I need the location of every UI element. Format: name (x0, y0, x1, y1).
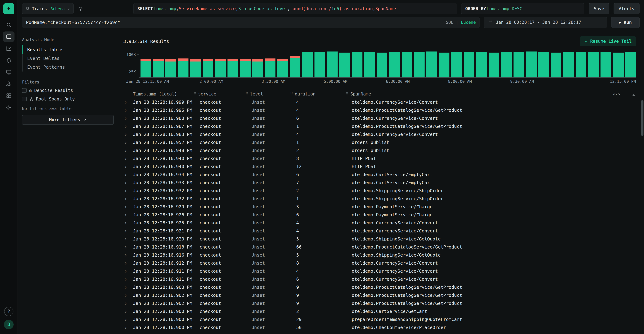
table-row[interactable]: ›Jan 28 12:28:16.987 PMcheckoutUnset1ote… (123, 122, 636, 130)
histogram-bar[interactable] (377, 52, 387, 77)
expand-row-chevron-icon[interactable]: › (123, 180, 130, 185)
histogram-bar[interactable] (489, 52, 499, 77)
histogram-bar[interactable] (551, 52, 561, 77)
expand-row-chevron-icon[interactable]: › (123, 244, 130, 250)
histogram-bar[interactable] (327, 51, 338, 77)
nav-table-explorer-icon[interactable] (3, 31, 14, 42)
root-spans-checkbox[interactable] (22, 97, 27, 101)
denoise-results-option[interactable]: ◐ Denoise Results (22, 88, 114, 93)
root-spans-only-option[interactable]: Root Spans Only (22, 96, 114, 102)
nav-search-icon[interactable] (3, 20, 14, 30)
expand-row-chevron-icon[interactable]: › (123, 164, 130, 169)
histogram-bar[interactable] (364, 52, 375, 77)
column-header-service[interactable]: ⠿service (194, 91, 246, 96)
histogram-bar[interactable] (252, 59, 263, 77)
table-row[interactable]: ›Jan 28 12:28:16.912 PMcheckoutUnset8ote… (123, 259, 636, 267)
source-select[interactable]: Traces Schema (22, 3, 74, 14)
source-settings-gear-icon[interactable] (78, 6, 83, 11)
search-input[interactable] (26, 20, 443, 25)
table-row[interactable]: ›Jan 28 12:28:16.988 PMcheckoutUnset6ote… (123, 114, 636, 122)
run-button[interactable]: ▶ Run (611, 17, 640, 28)
histogram-bar[interactable] (526, 51, 536, 77)
nav-chart-icon[interactable] (3, 43, 14, 54)
nav-sessions-monitor-icon[interactable] (3, 67, 14, 77)
more-filters-button[interactable]: More filters (22, 115, 114, 125)
column-header-duration[interactable]: ⠿duration (290, 91, 346, 96)
histogram-bar[interactable] (140, 59, 151, 77)
table-row[interactable]: ›Jan 28 12:28:16.948 PMcheckoutUnset2ord… (123, 146, 636, 154)
nav-dashboards-icon[interactable] (3, 90, 14, 101)
resume-live-tail-button[interactable]: Resume Live Tail (580, 36, 636, 46)
histogram-bar[interactable] (476, 52, 487, 77)
histogram-bar[interactable] (166, 59, 176, 77)
expand-row-chevron-icon[interactable]: › (123, 188, 130, 193)
table-row[interactable]: ›Jan 28 12:28:16.903 PMcheckoutUnset9ote… (123, 283, 636, 291)
table-row[interactable]: ›Jan 28 12:28:16.932 PMcheckoutUnset2ote… (123, 187, 636, 195)
table-row[interactable]: ›Jan 28 12:28:16.925 PMcheckoutUnset4ote… (123, 219, 636, 227)
save-button[interactable]: Save (589, 3, 610, 14)
histogram-bar[interactable] (402, 52, 412, 77)
histogram-bar[interactable] (514, 52, 524, 77)
expand-row-chevron-icon[interactable]: › (123, 293, 130, 298)
histogram-bar[interactable] (290, 56, 300, 77)
table-row[interactable]: ›Jan 28 12:28:16.995 PMcheckoutUnset4ote… (123, 106, 636, 114)
histogram-bar[interactable] (277, 59, 288, 77)
drag-handle-icon[interactable]: ⠿ (346, 92, 348, 96)
histogram-bar[interactable] (439, 52, 450, 77)
alerts-button[interactable]: Alerts (614, 3, 640, 14)
histogram-bar[interactable] (178, 58, 188, 77)
expand-row-chevron-icon[interactable]: › (123, 309, 130, 314)
histogram-bar[interactable] (265, 58, 276, 77)
order-by-editor[interactable]: ORDER BY Timestamp DESC (461, 3, 584, 14)
expand-row-chevron-icon[interactable]: › (123, 253, 130, 258)
nav-alerts-bell-icon[interactable] (3, 55, 14, 65)
expand-row-chevron-icon[interactable]: › (123, 236, 130, 242)
help-button[interactable]: ? (4, 307, 14, 316)
mode-lucene-button[interactable]: Lucene (461, 20, 476, 25)
expand-row-chevron-icon[interactable]: › (123, 100, 130, 105)
histogram-bar[interactable] (202, 59, 213, 77)
expand-row-chevron-icon[interactable]: › (123, 116, 130, 121)
table-row[interactable]: ›Jan 28 12:28:16.911 PMcheckoutUnset4ote… (123, 267, 636, 275)
histogram-bar[interactable] (302, 52, 313, 77)
denoise-checkbox[interactable] (22, 88, 27, 93)
histogram-bar[interactable] (352, 52, 362, 77)
drag-handle-icon[interactable]: ⠿ (194, 92, 196, 96)
expand-row-chevron-icon[interactable]: › (123, 261, 130, 266)
table-row[interactable]: ›Jan 28 12:28:16.900 PMcheckoutUnset2ote… (123, 307, 636, 316)
table-row[interactable]: ›Jan 28 12:28:16.934 PMcheckoutUnset6ote… (123, 171, 636, 179)
drag-handle-icon[interactable]: ⠿ (246, 92, 248, 96)
table-row[interactable]: ›Jan 28 12:28:16.916 PMcheckoutUnset5ote… (123, 251, 636, 259)
expand-row-chevron-icon[interactable]: › (123, 124, 130, 129)
view-source-code-icon[interactable]: </> (613, 92, 620, 96)
table-row[interactable]: ›Jan 28 12:28:16.929 PMcheckoutUnset3ote… (123, 203, 636, 211)
row-density-icon[interactable] (624, 92, 628, 96)
table-row[interactable]: ›Jan 28 12:28:16.900 PMcheckoutUnset50ot… (123, 324, 636, 332)
histogram-bar[interactable] (389, 52, 400, 77)
expand-row-chevron-icon[interactable]: › (123, 196, 130, 202)
histogram-bar[interactable] (563, 52, 574, 77)
table-row[interactable]: ›Jan 28 12:28:16.926 PMcheckoutUnset6ote… (123, 211, 636, 219)
expand-row-chevron-icon[interactable]: › (123, 285, 130, 290)
date-range-picker[interactable]: Jan 28 00:28:17 - Jan 28 12:28:17 (484, 17, 607, 28)
drag-handle-icon[interactable]: ⠿ (290, 92, 293, 96)
table-row[interactable]: ›Jan 28 12:28:16.918 PMcheckoutUnset66ot… (123, 243, 636, 251)
expand-row-chevron-icon[interactable]: › (123, 204, 130, 210)
sql-select-editor[interactable]: SELECT Timestamp, ServiceName as service… (133, 3, 457, 14)
histogram-bar[interactable] (576, 52, 586, 77)
histogram-bar[interactable] (339, 52, 350, 77)
schema-button[interactable]: Schema (50, 6, 64, 11)
table-row[interactable]: ›Jan 28 12:28:16.921 PMcheckoutUnset4ote… (123, 227, 636, 235)
expand-row-chevron-icon[interactable]: › (123, 220, 130, 226)
expand-row-chevron-icon[interactable]: › (123, 277, 130, 282)
histogram-bar[interactable] (228, 59, 238, 77)
expand-row-chevron-icon[interactable]: › (123, 228, 130, 234)
table-row[interactable]: ›Jan 28 12:28:16.902 PMcheckoutUnset9ote… (123, 299, 636, 307)
table-row[interactable]: ›Jan 28 12:28:16.932 PMcheckoutUnset1ote… (123, 195, 636, 203)
column-header-level[interactable]: ⠿level (246, 91, 290, 96)
histogram-bar[interactable] (501, 52, 512, 77)
histogram-bar[interactable] (426, 51, 437, 77)
table-row[interactable]: ›Jan 28 12:28:16.940 PMcheckoutUnset12HT… (123, 163, 636, 171)
download-icon[interactable] (632, 92, 636, 96)
histogram-bar[interactable] (538, 52, 549, 77)
